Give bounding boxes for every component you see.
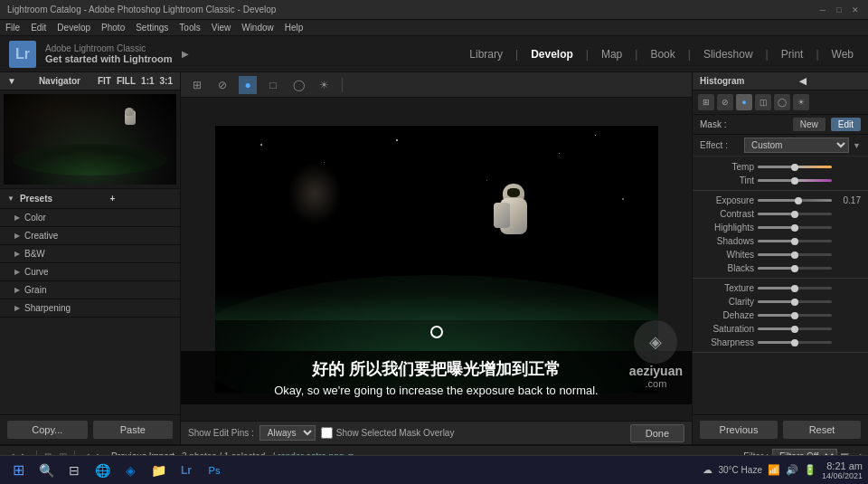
nav-1to1[interactable]: 1:1 — [141, 76, 154, 86]
copy-button[interactable]: Copy... — [7, 421, 88, 439]
menu-item-settings[interactable]: Settings — [136, 23, 168, 33]
nav-map[interactable]: Map — [596, 46, 627, 62]
menu-item-photo[interactable]: Photo — [101, 23, 125, 33]
slider-track-saturation[interactable] — [758, 327, 832, 330]
navigator-title: Navigator — [39, 76, 80, 86]
preset-group-header[interactable]: ▶ Sharpening — [0, 299, 180, 317]
menu-item-help[interactable]: Help — [285, 23, 304, 33]
develop-tools: ⊞ ⊘ ● ◫ ◯ ☀ — [693, 90, 868, 115]
taskbar: ⊞ 🔍 ⊟ 🌐 ◈ 📁 Lr Ps ☁ 30°C Haze 📶 🔊 🔋 8:21… — [0, 455, 868, 484]
tool-crop-icon[interactable]: ⊘ — [717, 94, 733, 110]
tool-mask-icon[interactable]: ● — [736, 94, 752, 110]
menu-item-develop[interactable]: Develop — [57, 23, 90, 33]
tool-radial-icon[interactable]: ◯ — [774, 94, 790, 110]
search-taskbar-icon[interactable]: 🔍 — [33, 458, 59, 483]
slider-track-texture[interactable] — [758, 287, 832, 289]
slider-track-sharpness[interactable] — [758, 341, 832, 344]
preset-group-header[interactable]: ▶ Curve — [0, 263, 180, 280]
preset-tri: ▶ — [14, 250, 20, 258]
radial-filter-tool[interactable]: ◯ — [289, 76, 307, 94]
preset-group-header[interactable]: ▶ Color — [0, 209, 180, 226]
nav-zoom[interactable]: 3:1 — [160, 76, 173, 86]
tool-adjustment-icon[interactable]: ☀ — [793, 94, 809, 110]
brand-info: Adobe Lightroom Classic Get started with… — [45, 43, 173, 64]
presets-triangle: ▼ — [7, 195, 14, 203]
slider-value-exposure: 0.17 — [835, 195, 861, 205]
menu-item-window[interactable]: Window — [241, 23, 274, 33]
section-divider — [693, 190, 868, 191]
nav-library[interactable]: Library — [464, 46, 508, 62]
masking-tool[interactable]: ● — [239, 76, 257, 94]
previous-button[interactable]: Previous — [700, 421, 778, 439]
lightroom-taskbar-icon[interactable]: Lr — [174, 458, 199, 483]
preset-group-header[interactable]: ▶ Creative — [0, 227, 180, 244]
slider-track-highlights[interactable] — [758, 226, 832, 229]
slider-label-texture: Texture — [700, 283, 754, 293]
slider-track-blacks[interactable] — [758, 267, 832, 270]
paste-button[interactable]: Paste — [93, 421, 174, 439]
menu-item-edit[interactable]: Edit — [31, 23, 46, 33]
histogram-header[interactable]: Histogram ◀ — [693, 72, 868, 90]
reset-button[interactable]: Reset — [783, 421, 861, 439]
mask-new-button[interactable]: New — [793, 118, 826, 131]
preset-group-b&w: ▶ B&W — [0, 245, 180, 263]
histogram-collapse-icon[interactable]: ◀ — [799, 76, 807, 86]
done-button[interactable]: Done — [630, 424, 684, 442]
menu-item-file[interactable]: File — [5, 23, 20, 33]
menu-item-view[interactable]: View — [212, 23, 231, 33]
navigator-header[interactable]: ▼ Navigator FIT FILL 1:1 3:1 — [0, 72, 180, 90]
slider-track-tint[interactable] — [758, 179, 832, 182]
slider-row-highlights: Highlights — [693, 221, 868, 234]
close-button[interactable]: ✕ — [850, 5, 861, 15]
photoshop-icon[interactable]: Ps — [202, 458, 227, 483]
minimize-button[interactable]: ─ — [817, 5, 828, 15]
astronaut-pack — [494, 203, 510, 228]
show-mask-label: Show Selected Mask Overlay — [336, 428, 455, 438]
show-mask-checkbox[interactable] — [321, 427, 333, 439]
graduated-filter-tool[interactable]: □ — [264, 76, 282, 94]
tool-histogram-icon[interactable]: ⊞ — [698, 94, 714, 110]
window-controls[interactable]: ─ □ ✕ — [817, 5, 861, 15]
start-button[interactable]: ⊞ — [5, 458, 31, 483]
slider-track-temp[interactable] — [758, 166, 832, 168]
show-edit-pins-select[interactable]: Always — [259, 425, 316, 441]
vscode-icon[interactable]: ◈ — [118, 458, 143, 483]
nav-separator: | — [810, 46, 824, 62]
brand-main: Get started with Lightroom — [45, 53, 173, 64]
crop-tool[interactable]: ⊞ — [188, 76, 206, 94]
menu-item-tools[interactable]: Tools — [179, 23, 200, 33]
spot-removal-tool[interactable]: ⊘ — [213, 76, 231, 94]
image-area — [181, 98, 692, 421]
mask-edit-button[interactable]: Edit — [831, 118, 861, 131]
slider-track-whites[interactable] — [758, 253, 832, 256]
slider-track-exposure[interactable] — [758, 199, 832, 202]
adjustment-brush-tool[interactable]: ☀ — [315, 76, 333, 94]
preset-group-header[interactable]: ▶ Grain — [0, 281, 180, 299]
nav-print[interactable]: Print — [776, 46, 809, 62]
slider-track-contrast[interactable] — [758, 213, 832, 215]
nav-fit[interactable]: FIT — [98, 76, 111, 86]
chrome-icon[interactable]: 🌐 — [90, 458, 115, 483]
preset-group-header[interactable]: ▶ B&W — [0, 245, 180, 262]
edit-pin[interactable] — [430, 326, 443, 338]
taskview-icon[interactable]: ⊟ — [61, 458, 87, 483]
nav-fill[interactable]: FILL — [117, 76, 136, 86]
app-header: Lr Adobe Lightroom Classic Get started w… — [0, 36, 868, 72]
slider-track-shadows[interactable] — [758, 240, 832, 242]
slider-track-clarity[interactable] — [758, 300, 832, 303]
maximize-button[interactable]: □ — [834, 5, 844, 15]
slider-track-dehaze[interactable] — [758, 314, 832, 317]
presets-add-button[interactable]: + — [110, 195, 116, 204]
nav-separator: | — [760, 46, 774, 62]
folder-icon[interactable]: 📁 — [146, 458, 171, 483]
preset-groups: ▶ Color ▶ Creative ▶ B&W ▶ Curve ▶ Grain… — [0, 209, 180, 318]
network-icon: 📶 — [768, 464, 780, 476]
presets-header[interactable]: ▼ Presets + — [0, 189, 180, 209]
clock: 8:21 am 14/06/2021 — [822, 460, 863, 480]
nav-slideshow[interactable]: Slideshow — [698, 46, 759, 62]
tool-graduated-icon[interactable]: ◫ — [755, 94, 771, 110]
nav-book[interactable]: Book — [645, 46, 680, 62]
nav-web[interactable]: Web — [826, 46, 859, 62]
effect-select[interactable]: Custom — [744, 138, 849, 153]
center-panel: ⊞ ⊘ ● □ ◯ ☀ — [181, 72, 692, 444]
